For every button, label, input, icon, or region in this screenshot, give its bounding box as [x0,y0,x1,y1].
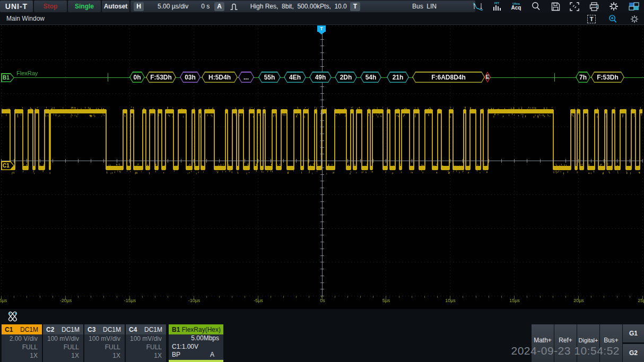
bus-badge-source: C1:1.00V [169,342,223,351]
channel-badge-coupling: DC1M [62,326,80,333]
window-header: Main Window T [0,13,644,25]
channel-badge-id: C1 [5,326,13,333]
bus-b1-tag-label: B1 [1,73,11,82]
decode-bubble[interactable]: 21h [387,72,409,83]
decode-bubble[interactable]: F:6AD8D4h [412,72,485,83]
trigger-info-text: Bus LIN [412,3,437,10]
axis-tick-label: 0s [320,298,325,303]
windows-layout-icon[interactable] [627,1,641,12]
display-settings-icon[interactable] [630,14,639,23]
channel-badge-c4[interactable]: C4DC1M100 mV/divFULL1X [126,324,166,362]
single-button[interactable]: Single [68,1,101,12]
acquisition-settings-button[interactable]: A High Res, 8bit, 500.00kPts, 10.00GSa/s [211,1,352,12]
a-badge: A [214,2,224,11]
trigger-settings-button[interactable]: T Bus LIN [347,1,475,12]
decode-bubble[interactable]: F:53Dh [146,72,176,83]
h-badge: H [134,2,144,11]
save-icon[interactable] [549,1,562,12]
fft-icon[interactable]: FFT [490,1,504,12]
print-icon[interactable] [587,1,601,12]
single-label: Single [75,3,94,10]
h-offset-value: 0 s [201,3,210,10]
decode-bubble-text: 54h [360,72,381,83]
zoom-in-icon[interactable] [608,14,617,23]
ultra-acq-icon[interactable]: Ultra Acq [509,1,523,12]
decode-bubble-text: 4Eh [284,72,306,83]
channel-badge-row: 1X [84,351,125,360]
axis-tick-label: -25µs [0,298,7,303]
channel-badge-c2[interactable]: C2DC1M100 mV/divFULL1X [43,324,83,362]
channel-badge-row: 1X [126,351,166,360]
decode-bubble[interactable]: F:53Dh [591,72,624,83]
decode-bubble-text: ... [238,72,254,83]
channel-badge-coupling: DC1M [144,326,162,333]
axis-tick-label: 15µs [509,298,520,303]
decode-bubble[interactable]: H:5D4h [202,72,238,83]
channel-badge-c3[interactable]: C3DC1M100 mV/divFULL1X [84,324,125,362]
stop-button[interactable]: Stop [34,1,67,12]
autoset-button[interactable]: Autoset [102,1,129,12]
decode-bubble[interactable]: ... [238,72,254,83]
decode-bubble-text: 2Dh [335,72,357,83]
g1-button[interactable]: G1 [623,324,644,342]
screenshot-icon[interactable] [568,1,581,12]
channel-badge-row: 1X [2,351,42,360]
axis-tick-label: 10µs [445,298,456,303]
bus-badge-bp-label: BP [172,351,180,358]
decode-bubble-text: 03h [180,72,201,83]
decode-bubble[interactable]: 0h [129,72,145,83]
h-scale-value: 5.00 µs/div [158,3,188,10]
bus-badge-rate: 5.00Mbps [169,334,223,342]
decode-bubble[interactable]: 55h [258,72,281,83]
decode-bubble-text: 0h [129,72,145,83]
annotation-t-label: T [587,15,596,23]
acq-label: Acq [511,5,521,11]
fft-icon-label: FFT [494,2,499,5]
decode-bubble-text: 21h [387,72,409,83]
axis-tick-label: -20µs [60,298,72,303]
oscilloscope-app: UNI-T Stop Single Autoset H 5.00 µs/div … [0,0,644,362]
channel-badge-row: 100 mV/div [43,334,83,343]
measure-icon[interactable] [471,1,485,12]
channel-badge-row: 1X [43,351,83,360]
channel-badge-row: FULL [43,343,83,351]
channel-badge-row: 2.00 V/div [2,334,42,343]
decode-bubble-text: 49h [309,72,332,83]
brand-logo: UNI-T [0,1,33,12]
stop-label: Stop [43,3,58,10]
waveform-display[interactable]: T B1 FlexRay C1 0hF:53Dh03hH:5D4h...55h4… [0,25,644,309]
decode-bubble[interactable]: 54h [360,72,381,83]
text-annotation-icon[interactable]: T [587,14,596,23]
axis-tick-label: -10µs [188,298,201,303]
axis-tick-label: 5µs [382,298,390,303]
decode-bubble[interactable]: 03h [180,72,201,83]
channel-badge-row: FULL [2,343,42,351]
horizontal-settings-button[interactable]: H 5.00 µs/div 0 s [130,1,216,12]
channel-c1-tag[interactable]: C1 [1,161,14,170]
axis-tick-label: 25µs [638,298,644,303]
decode-bubble[interactable]: 4Eh [284,72,306,83]
window-title: Main Window [6,15,45,22]
axis-tick-label: -15µs [124,298,136,303]
waveform-canvas [0,25,644,309]
search-icon[interactable] [529,1,543,12]
channel-badge-coupling: DC1M [20,326,38,333]
decode-bubble[interactable]: 49h [309,72,332,83]
channel-badge-c1[interactable]: C1DC1M2.00 V/divFULL1X [2,324,42,362]
crossed-tools-icon[interactable] [5,311,21,323]
channel-badge-row: 100 mV/div [126,334,166,343]
bus-badge-type: FlexRay(Hex) [182,326,221,333]
g2-button[interactable]: G2 [623,344,644,362]
decode-bubble-text: F:53Dh [591,72,624,83]
bus-b1-tag[interactable]: B1 [1,73,14,82]
settings-icon[interactable] [607,1,621,12]
decode-bubble-text: F:53Dh [146,72,176,83]
channel-badge-coupling: DC1M [103,326,121,333]
trigger-position-flag[interactable]: T [317,25,326,32]
decode-bubble-text: 55h [258,72,281,83]
decode-bubble[interactable]: 2Dh [335,72,357,83]
t-badge: T [350,2,360,11]
channel-badge-id: C4 [129,326,137,333]
axis-tick-label: -5µs [254,298,263,303]
bus-badge-b1[interactable]: B1 FlexRay(Hex) 5.00Mbps C1:1.00V BP A [169,324,223,362]
